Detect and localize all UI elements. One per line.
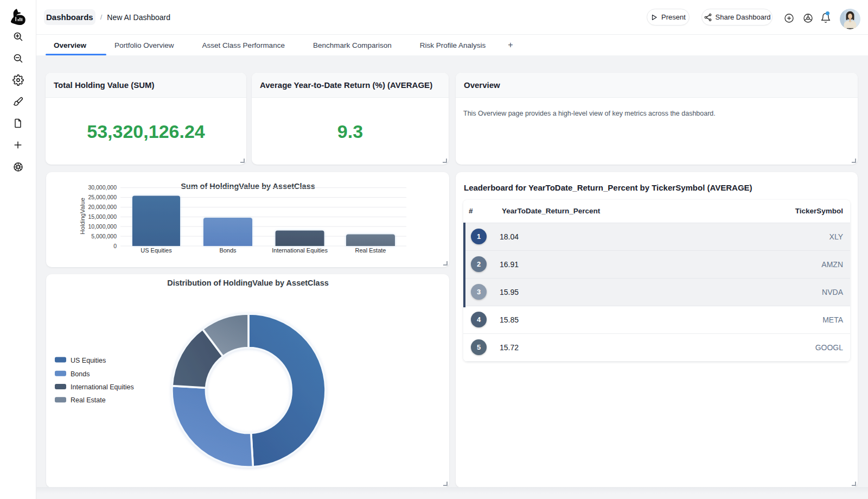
svg-text:Real Estate: Real Estate xyxy=(355,247,386,254)
svg-text:HoldingValue: HoldingValue xyxy=(79,198,86,235)
svg-text:20,000,000: 20,000,000 xyxy=(88,204,117,210)
svg-text:International Equities: International Equities xyxy=(272,247,328,254)
svg-text:US Equities: US Equities xyxy=(141,247,172,254)
svg-text:30,000,000: 30,000,000 xyxy=(88,184,117,191)
svg-text:Bonds: Bonds xyxy=(219,247,237,254)
svg-text:Real Estate: Real Estate xyxy=(71,396,106,404)
svg-text:US Equities: US Equities xyxy=(71,357,106,364)
svg-text:Bonds: Bonds xyxy=(71,370,90,378)
svg-text:Sum of HoldingValue by AssetCl: Sum of HoldingValue by AssetClass xyxy=(181,182,315,191)
svg-text:15,000,000: 15,000,000 xyxy=(88,213,117,220)
svg-text:International Equities: International Equities xyxy=(71,383,134,391)
svg-text:0: 0 xyxy=(113,243,117,249)
svg-text:10,000,000: 10,000,000 xyxy=(88,223,117,230)
svg-text:25,000,000: 25,000,000 xyxy=(88,194,117,200)
svg-text:5,000,000: 5,000,000 xyxy=(91,233,117,239)
svg-text:Distribution of HoldingValue b: Distribution of HoldingValue by AssetCla… xyxy=(167,279,329,287)
